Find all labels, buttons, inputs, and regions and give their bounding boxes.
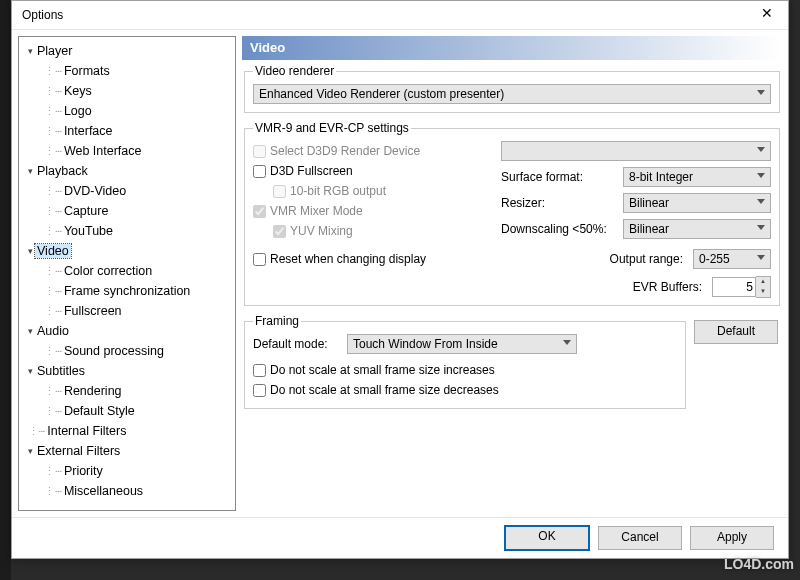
framing-legend: Framing	[253, 314, 301, 328]
tree-internal-filters[interactable]: ⋮┄ Internal Filters	[21, 421, 233, 441]
tree-playback[interactable]: ▾ Playback	[21, 161, 233, 181]
chevron-down-icon: ▾	[25, 366, 35, 376]
surface-format-combo[interactable]: 8-bit Integer	[623, 167, 771, 187]
watermark: LO4D.com	[724, 556, 794, 572]
tree-youtube[interactable]: ⋮┄ YouTube	[21, 221, 233, 241]
surface-format-label: Surface format:	[501, 170, 619, 184]
resizer-label: Resizer:	[501, 196, 619, 210]
chevron-down-icon	[757, 255, 765, 260]
dialog-button-bar: OK Cancel Apply	[12, 517, 788, 558]
chevron-down-icon	[757, 199, 765, 204]
tree-rendering[interactable]: ⋮┄ Rendering	[21, 381, 233, 401]
ten-bit-rgb-checkbox: 10-bit RGB output	[273, 181, 493, 201]
tree-player[interactable]: ▾ Player	[21, 41, 233, 61]
chevron-down-icon: ▾	[25, 446, 35, 456]
dialog-body: ▾ Player ⋮┄ Formats ⋮┄ Keys ⋮┄ Logo ⋮┄ I…	[12, 30, 788, 517]
evr-buffers-spinner[interactable]: ▲ ▼	[712, 277, 771, 297]
tree-capture[interactable]: ⋮┄ Capture	[21, 201, 233, 221]
settings-panel: Video Video renderer Enhanced Video Rend…	[242, 36, 782, 511]
title-bar: Options ✕	[12, 1, 788, 30]
tree-color-correction[interactable]: ⋮┄ Color correction	[21, 261, 233, 281]
chevron-down-icon	[757, 225, 765, 230]
chevron-down-icon	[757, 173, 765, 178]
video-renderer-combo[interactable]: Enhanced Video Renderer (custom presente…	[253, 84, 771, 104]
chevron-down-icon	[757, 147, 765, 152]
downscaling-label: Downscaling <50%:	[501, 222, 619, 236]
no-scale-increase-checkbox[interactable]: Do not scale at small frame size increas…	[253, 360, 677, 380]
tree-keys[interactable]: ⋮┄ Keys	[21, 81, 233, 101]
tree-formats[interactable]: ⋮┄ Formats	[21, 61, 233, 81]
tree-priority[interactable]: ⋮┄ Priority	[21, 461, 233, 481]
tree-interface[interactable]: ⋮┄ Interface	[21, 121, 233, 141]
chevron-down-icon	[563, 340, 571, 345]
tree-subtitles[interactable]: ▾ Subtitles	[21, 361, 233, 381]
tree-web-interface[interactable]: ⋮┄ Web Interface	[21, 141, 233, 161]
no-scale-decrease-checkbox[interactable]: Do not scale at small frame size decreas…	[253, 380, 677, 400]
ok-button[interactable]: OK	[504, 525, 590, 551]
background-app	[0, 0, 11, 580]
close-icon: ✕	[761, 5, 773, 21]
downscaling-combo[interactable]: Bilinear	[623, 219, 771, 239]
window-title: Options	[22, 8, 746, 22]
spinner-up-icon[interactable]: ▲	[756, 277, 770, 287]
options-window: Options ✕ ▾ Player ⋮┄ Formats ⋮┄ Keys ⋮┄…	[11, 0, 789, 559]
tree-fullscreen[interactable]: ⋮┄ Fullscreen	[21, 301, 233, 321]
tree-logo[interactable]: ⋮┄ Logo	[21, 101, 233, 121]
video-renderer-group: Video renderer Enhanced Video Renderer (…	[244, 64, 780, 113]
reset-display-checkbox[interactable]: Reset when changing display	[253, 249, 493, 269]
category-tree[interactable]: ▾ Player ⋮┄ Formats ⋮┄ Keys ⋮┄ Logo ⋮┄ I…	[18, 36, 236, 511]
video-renderer-legend: Video renderer	[253, 64, 336, 78]
cancel-button[interactable]: Cancel	[598, 526, 682, 550]
default-mode-combo[interactable]: Touch Window From Inside	[347, 334, 577, 354]
tree-sound-processing[interactable]: ⋮┄ Sound processing	[21, 341, 233, 361]
chevron-down-icon: ▾	[25, 246, 35, 256]
d3d-fullscreen-checkbox[interactable]: D3D Fullscreen	[253, 161, 493, 181]
chevron-down-icon	[757, 90, 765, 95]
tree-video[interactable]: ▾ Video	[21, 241, 233, 261]
tree-dvd-video[interactable]: ⋮┄ DVD-Video	[21, 181, 233, 201]
panel-heading: Video	[242, 36, 782, 60]
chevron-down-icon: ▾	[25, 166, 35, 176]
evr-buffers-input[interactable]	[712, 277, 756, 297]
apply-button[interactable]: Apply	[690, 526, 774, 550]
close-button[interactable]: ✕	[746, 1, 788, 29]
tree-frame-sync[interactable]: ⋮┄ Frame synchronization	[21, 281, 233, 301]
tree-default-style[interactable]: ⋮┄ Default Style	[21, 401, 233, 421]
vmr-evr-legend: VMR-9 and EVR-CP settings	[253, 121, 411, 135]
output-range-label: Output range:	[610, 252, 689, 266]
select-d3d9-checkbox: Select D3D9 Render Device	[253, 141, 493, 161]
spinner-down-icon[interactable]: ▼	[756, 287, 770, 297]
framing-group: Framing Default mode: Touch Window From …	[244, 314, 686, 409]
default-mode-label: Default mode:	[253, 337, 343, 351]
d3d9-device-combo	[501, 141, 771, 161]
yuv-mixing-checkbox: YUV Mixing	[273, 221, 493, 241]
tree-external-filters[interactable]: ▾ External Filters	[21, 441, 233, 461]
chevron-down-icon: ▾	[25, 46, 35, 56]
default-button[interactable]: Default	[694, 320, 778, 344]
vmr-evr-group: VMR-9 and EVR-CP settings Select D3D9 Re…	[244, 121, 780, 306]
tree-audio[interactable]: ▾ Audio	[21, 321, 233, 341]
evr-buffers-label: EVR Buffers:	[633, 280, 708, 294]
chevron-down-icon: ▾	[25, 326, 35, 336]
vmr-mixer-checkbox: VMR Mixer Mode	[253, 201, 493, 221]
output-range-combo[interactable]: 0-255	[693, 249, 771, 269]
tree-miscellaneous[interactable]: ⋮┄ Miscellaneous	[21, 481, 233, 501]
resizer-combo[interactable]: Bilinear	[623, 193, 771, 213]
